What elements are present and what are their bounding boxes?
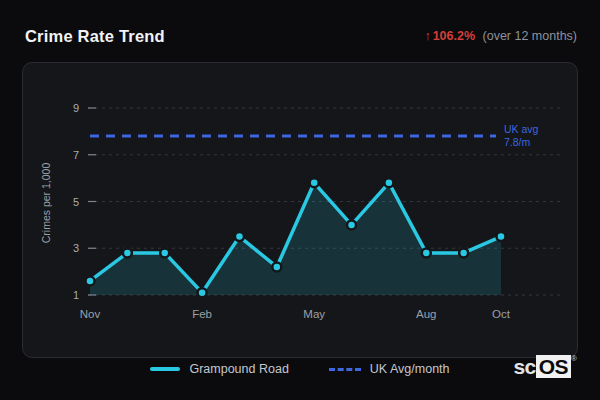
legend-label-uk-avg: UK Avg/month: [370, 362, 450, 376]
svg-text:7: 7: [73, 149, 79, 161]
page-title: Crime Rate Trend: [25, 27, 165, 46]
svg-text:1: 1: [73, 289, 79, 301]
svg-text:Aug: Aug: [416, 308, 436, 320]
trend-percentage: 106.2%: [433, 29, 475, 43]
trend-indicator: ↑106.2% (over 12 months): [424, 29, 577, 43]
svg-text:Nov: Nov: [80, 308, 101, 320]
svg-text:May: May: [303, 308, 325, 320]
line-chart: 13579Crimes per 1,000UK avg7.8/mNovFebMa…: [23, 63, 577, 357]
registered-trademark-icon: ®: [571, 354, 577, 363]
svg-text:Crimes per 1,000: Crimes per 1,000: [40, 163, 52, 244]
svg-text:Feb: Feb: [192, 308, 212, 320]
legend-item-uk-avg: UK Avg/month: [329, 362, 450, 376]
svg-text:5: 5: [73, 196, 79, 208]
header: Crime Rate Trend ↑106.2% (over 12 months…: [0, 0, 600, 56]
svg-text:9: 9: [73, 102, 79, 114]
scos-logo: scOS®: [513, 354, 577, 380]
legend-item-grampound-road: Grampound Road: [150, 362, 288, 376]
legend-label-grampound-road: Grampound Road: [189, 362, 288, 376]
solid-line-swatch-icon: [150, 367, 180, 371]
chart-panel: 13579Crimes per 1,000UK avg7.8/mNovFebMa…: [22, 62, 578, 358]
trend-period-label: (over 12 months): [483, 29, 577, 43]
svg-text:Oct: Oct: [492, 308, 511, 320]
crime-rate-widget: Crime Rate Trend ↑106.2% (over 12 months…: [0, 0, 600, 400]
svg-text:UK avg: UK avg: [504, 123, 539, 135]
chart-legend: Grampound Road UK Avg/month: [22, 358, 578, 380]
logo-prefix: sc: [513, 355, 535, 378]
svg-text:7.8/m: 7.8/m: [504, 136, 531, 148]
svg-text:3: 3: [73, 242, 79, 254]
logo-suffix: OS: [536, 355, 571, 378]
dashed-line-swatch-icon: [329, 368, 361, 371]
trend-up-arrow-icon: ↑: [424, 29, 430, 43]
